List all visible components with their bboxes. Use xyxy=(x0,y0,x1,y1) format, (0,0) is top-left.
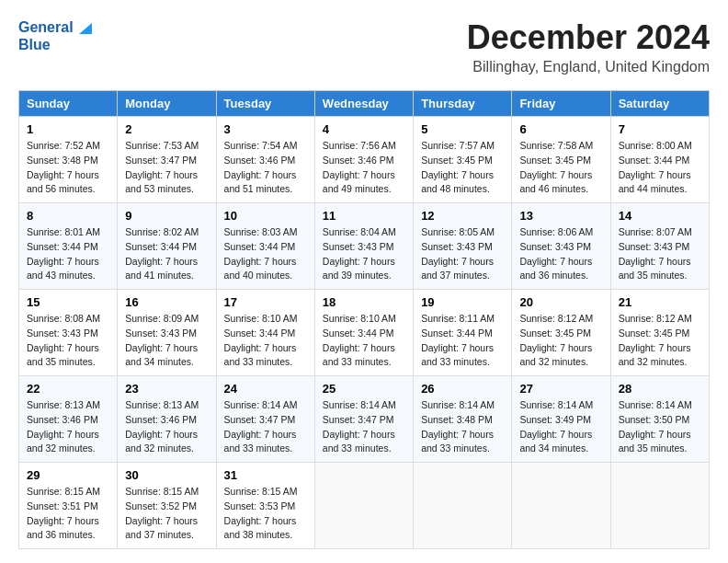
day-cell-7: 7Sunrise: 8:00 AMSunset: 3:44 PMDaylight… xyxy=(610,117,709,203)
day-number: 2 xyxy=(125,122,208,136)
day-cell-29: 29Sunrise: 8:15 AMSunset: 3:51 PMDayligh… xyxy=(19,463,118,549)
day-detail: Sunrise: 7:57 AMSunset: 3:45 PMDaylight:… xyxy=(421,139,504,197)
day-cell-20: 20Sunrise: 8:12 AMSunset: 3:45 PMDayligh… xyxy=(512,290,610,376)
day-detail: Sunrise: 8:12 AMSunset: 3:45 PMDaylight:… xyxy=(619,312,701,370)
day-number: 10 xyxy=(224,209,307,223)
day-cell-26: 26Sunrise: 8:14 AMSunset: 3:48 PMDayligh… xyxy=(414,376,512,463)
day-number: 26 xyxy=(421,382,504,396)
day-number: 8 xyxy=(27,209,109,223)
day-detail: Sunrise: 7:52 AMSunset: 3:48 PMDaylight:… xyxy=(27,139,109,197)
day-detail: Sunrise: 8:14 AMSunset: 3:47 PMDaylight:… xyxy=(323,398,405,456)
weekday-header-tuesday: Tuesday xyxy=(216,91,314,117)
week-row-5: 29Sunrise: 8:15 AMSunset: 3:51 PMDayligh… xyxy=(19,463,710,549)
day-cell-16: 16Sunrise: 8:09 AMSunset: 3:43 PMDayligh… xyxy=(118,290,216,376)
day-cell-10: 10Sunrise: 8:03 AMSunset: 3:44 PMDayligh… xyxy=(216,203,314,290)
day-detail: Sunrise: 8:14 AMSunset: 3:50 PMDaylight:… xyxy=(619,398,701,456)
day-number: 21 xyxy=(619,295,701,309)
day-detail: Sunrise: 8:00 AMSunset: 3:44 PMDaylight:… xyxy=(619,139,701,197)
day-detail: Sunrise: 7:56 AMSunset: 3:46 PMDaylight:… xyxy=(323,139,405,197)
day-cell-3: 3Sunrise: 7:54 AMSunset: 3:46 PMDaylight… xyxy=(216,117,314,203)
day-detail: Sunrise: 8:15 AMSunset: 3:52 PMDaylight:… xyxy=(125,485,208,543)
month-title: December 2024 xyxy=(467,18,710,57)
day-number: 28 xyxy=(619,382,701,396)
day-detail: Sunrise: 8:15 AMSunset: 3:53 PMDaylight:… xyxy=(224,485,307,543)
day-cell-5: 5Sunrise: 7:57 AMSunset: 3:45 PMDaylight… xyxy=(414,117,512,203)
day-cell-13: 13Sunrise: 8:06 AMSunset: 3:43 PMDayligh… xyxy=(512,203,610,290)
day-number: 12 xyxy=(421,209,504,223)
day-number: 5 xyxy=(421,122,504,136)
day-detail: Sunrise: 7:58 AMSunset: 3:45 PMDaylight:… xyxy=(519,139,602,197)
day-cell-18: 18Sunrise: 8:10 AMSunset: 3:44 PMDayligh… xyxy=(314,290,413,376)
logo: General Blue xyxy=(18,18,92,53)
day-detail: Sunrise: 8:13 AMSunset: 3:46 PMDaylight:… xyxy=(27,398,109,456)
day-number: 24 xyxy=(224,382,307,396)
day-detail: Sunrise: 8:06 AMSunset: 3:43 PMDaylight:… xyxy=(519,225,602,283)
location-subtitle: Billinghay, England, United Kingdom xyxy=(467,59,710,75)
calendar-table: SundayMondayTuesdayWednesdayThursdayFrid… xyxy=(18,90,710,549)
day-detail: Sunrise: 8:05 AMSunset: 3:43 PMDaylight:… xyxy=(421,225,504,283)
day-detail: Sunrise: 8:07 AMSunset: 3:43 PMDaylight:… xyxy=(619,225,701,283)
day-number: 7 xyxy=(619,122,701,136)
day-detail: Sunrise: 8:02 AMSunset: 3:44 PMDaylight:… xyxy=(125,225,208,283)
weekday-header-wednesday: Wednesday xyxy=(314,91,413,117)
day-detail: Sunrise: 8:09 AMSunset: 3:43 PMDaylight:… xyxy=(125,312,208,370)
day-number: 3 xyxy=(224,122,307,136)
page-header: General Blue December 2024 Billinghay, E… xyxy=(18,18,710,75)
day-number: 17 xyxy=(224,295,307,309)
day-detail: Sunrise: 8:14 AMSunset: 3:48 PMDaylight:… xyxy=(421,398,504,456)
day-number: 22 xyxy=(27,382,109,396)
day-number: 25 xyxy=(323,382,405,396)
day-number: 18 xyxy=(323,295,405,309)
weekday-header-monday: Monday xyxy=(118,91,216,117)
day-detail: Sunrise: 8:14 AMSunset: 3:47 PMDaylight:… xyxy=(224,398,307,456)
day-number: 16 xyxy=(125,295,208,309)
day-cell-4: 4Sunrise: 7:56 AMSunset: 3:46 PMDaylight… xyxy=(314,117,413,203)
empty-cell xyxy=(314,463,413,549)
day-cell-1: 1Sunrise: 7:52 AMSunset: 3:48 PMDaylight… xyxy=(19,117,118,203)
day-number: 19 xyxy=(421,295,504,309)
day-detail: Sunrise: 8:03 AMSunset: 3:44 PMDaylight:… xyxy=(224,225,307,283)
day-number: 31 xyxy=(224,468,307,482)
weekday-header-saturday: Saturday xyxy=(610,91,709,117)
day-cell-11: 11Sunrise: 8:04 AMSunset: 3:43 PMDayligh… xyxy=(314,203,413,290)
day-detail: Sunrise: 7:54 AMSunset: 3:46 PMDaylight:… xyxy=(224,139,307,197)
svg-marker-0 xyxy=(79,23,92,34)
day-cell-28: 28Sunrise: 8:14 AMSunset: 3:50 PMDayligh… xyxy=(610,376,709,463)
weekday-header-friday: Friday xyxy=(512,91,610,117)
day-cell-15: 15Sunrise: 8:08 AMSunset: 3:43 PMDayligh… xyxy=(19,290,118,376)
day-number: 1 xyxy=(27,122,109,136)
day-cell-23: 23Sunrise: 8:13 AMSunset: 3:46 PMDayligh… xyxy=(118,376,216,463)
day-detail: Sunrise: 8:01 AMSunset: 3:44 PMDaylight:… xyxy=(27,225,109,283)
day-cell-2: 2Sunrise: 7:53 AMSunset: 3:47 PMDaylight… xyxy=(118,117,216,203)
day-detail: Sunrise: 8:10 AMSunset: 3:44 PMDaylight:… xyxy=(323,312,405,370)
day-detail: Sunrise: 8:10 AMSunset: 3:44 PMDaylight:… xyxy=(224,312,307,370)
day-detail: Sunrise: 7:53 AMSunset: 3:47 PMDaylight:… xyxy=(125,139,208,197)
day-number: 15 xyxy=(27,295,109,309)
week-row-1: 1Sunrise: 7:52 AMSunset: 3:48 PMDaylight… xyxy=(19,117,710,203)
day-cell-22: 22Sunrise: 8:13 AMSunset: 3:46 PMDayligh… xyxy=(19,376,118,463)
day-cell-24: 24Sunrise: 8:14 AMSunset: 3:47 PMDayligh… xyxy=(216,376,314,463)
day-cell-8: 8Sunrise: 8:01 AMSunset: 3:44 PMDaylight… xyxy=(19,203,118,290)
day-detail: Sunrise: 8:12 AMSunset: 3:45 PMDaylight:… xyxy=(519,312,602,370)
day-cell-19: 19Sunrise: 8:11 AMSunset: 3:44 PMDayligh… xyxy=(414,290,512,376)
weekday-header-thursday: Thursday xyxy=(414,91,512,117)
week-row-4: 22Sunrise: 8:13 AMSunset: 3:46 PMDayligh… xyxy=(19,376,710,463)
day-cell-9: 9Sunrise: 8:02 AMSunset: 3:44 PMDaylight… xyxy=(118,203,216,290)
day-number: 6 xyxy=(519,122,602,136)
empty-cell xyxy=(610,463,709,549)
day-detail: Sunrise: 8:04 AMSunset: 3:43 PMDaylight:… xyxy=(323,225,405,283)
day-cell-17: 17Sunrise: 8:10 AMSunset: 3:44 PMDayligh… xyxy=(216,290,314,376)
day-detail: Sunrise: 8:14 AMSunset: 3:49 PMDaylight:… xyxy=(519,398,602,456)
day-cell-14: 14Sunrise: 8:07 AMSunset: 3:43 PMDayligh… xyxy=(610,203,709,290)
day-number: 13 xyxy=(519,209,602,223)
day-number: 4 xyxy=(323,122,405,136)
day-number: 14 xyxy=(619,209,701,223)
empty-cell xyxy=(414,463,512,549)
day-number: 30 xyxy=(125,468,208,482)
day-detail: Sunrise: 8:15 AMSunset: 3:51 PMDaylight:… xyxy=(27,485,109,543)
day-detail: Sunrise: 8:13 AMSunset: 3:46 PMDaylight:… xyxy=(125,398,208,456)
week-row-3: 15Sunrise: 8:08 AMSunset: 3:43 PMDayligh… xyxy=(19,290,710,376)
logo-triangle-icon xyxy=(75,19,92,36)
title-area: December 2024 Billinghay, England, Unite… xyxy=(467,18,710,75)
day-cell-27: 27Sunrise: 8:14 AMSunset: 3:49 PMDayligh… xyxy=(512,376,610,463)
